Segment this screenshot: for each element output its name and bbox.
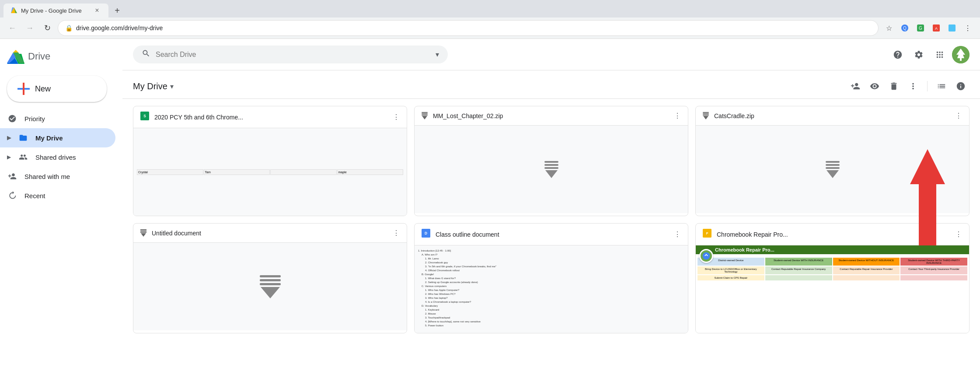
- user-avatar[interactable]: [952, 46, 970, 63]
- search-input[interactable]: [156, 51, 430, 59]
- browser-actions: ☆ Q G A ⋮: [882, 21, 975, 35]
- doc-line: 2. Chromebook guy: [425, 261, 684, 265]
- sidebar: Drive New Priority ▶ My Drive ▶: [0, 39, 122, 371]
- file-menu-2[interactable]: ⋮: [674, 112, 681, 120]
- file-menu-3[interactable]: ⋮: [955, 112, 962, 120]
- delete-button[interactable]: [885, 77, 903, 95]
- main-area: ▾: [122, 39, 980, 371]
- zip-preview-3-content: [826, 161, 840, 178]
- recent-label: Recent: [24, 192, 45, 200]
- doc-line: C. Various computers: [422, 284, 684, 288]
- cb-preview-content: Chromebook Repair Pro... District-owned …: [696, 245, 969, 333]
- download-icon-4: [140, 229, 146, 237]
- spreadsheet-preview: Crystal Tam maple: [133, 166, 407, 178]
- priority-icon: [7, 113, 17, 124]
- search-dropdown-icon[interactable]: ▾: [436, 50, 439, 59]
- svg-point-29: [703, 252, 710, 260]
- download-icon-2: [422, 112, 428, 119]
- back-button[interactable]: ←: [5, 21, 19, 35]
- priority-label: Priority: [24, 115, 45, 122]
- add-people-button[interactable]: [847, 77, 864, 95]
- breadcrumb-dropdown-icon[interactable]: ▾: [170, 82, 174, 91]
- more-actions-button[interactable]: [904, 77, 922, 95]
- extension-btn-2[interactable]: G: [914, 21, 928, 35]
- file-menu-5[interactable]: ⋮: [674, 230, 681, 238]
- info-button[interactable]: [952, 77, 970, 95]
- my-drive-icon: [18, 133, 28, 143]
- extension-btn-3[interactable]: A: [929, 21, 943, 35]
- toolbar-divider: [927, 81, 928, 91]
- breadcrumb: My Drive ▾: [133, 81, 174, 91]
- dl-bar: [826, 167, 840, 169]
- svg-text:P: P: [706, 231, 708, 235]
- preview-button[interactable]: [866, 77, 883, 95]
- view-list-button[interactable]: [933, 77, 950, 95]
- sidebar-item-my-drive[interactable]: ▶ My Drive: [0, 128, 115, 147]
- help-button[interactable]: [889, 46, 907, 63]
- file-card-5[interactable]: D Class outline document ⋮ 1. Introducti…: [414, 223, 688, 333]
- dl-bar-2: [544, 164, 558, 166]
- cb-cell: Student-owned Device WITHOUT INSURANCE: [833, 258, 900, 266]
- sidebar-item-recent[interactable]: Recent: [0, 186, 115, 205]
- shared-drives-expand-icon: ▶: [7, 154, 11, 160]
- doc-line: 1. What does G stand for?: [425, 276, 684, 280]
- file-card-4-header: Untitled document ⋮: [133, 224, 407, 243]
- download-visual-3: [826, 161, 840, 178]
- file-menu-1[interactable]: ⋮: [393, 113, 400, 121]
- zip-line-1: [422, 112, 428, 113]
- file-preview-3: [696, 126, 969, 213]
- new-tab-button[interactable]: +: [110, 4, 124, 18]
- file-menu-6[interactable]: ⋮: [955, 230, 962, 238]
- file-name-6: Chromebook Repair Pro...: [717, 231, 950, 238]
- file-card-3[interactable]: CatsCradle.zip ⋮: [695, 106, 970, 216]
- line: [140, 231, 146, 231]
- new-button[interactable]: New: [7, 76, 107, 102]
- apps-button[interactable]: [931, 46, 949, 63]
- content-wrapper: My Drive ▾: [122, 70, 980, 371]
- extension-btn-4[interactable]: [945, 21, 959, 35]
- settings-button[interactable]: [910, 46, 928, 63]
- zip-line: [703, 113, 709, 114]
- bookmark-button[interactable]: ☆: [882, 21, 896, 35]
- file-menu-4[interactable]: ⋮: [393, 229, 400, 237]
- file-card-3-header: CatsCradle.zip ⋮: [696, 106, 969, 126]
- sheets-icon: S: [140, 112, 149, 122]
- file-card-1[interactable]: S 2020 PCY 5th and 6th Chrome... ⋮ Cryst…: [133, 106, 407, 216]
- file-preview-1: Crystal Tam maple: [133, 128, 407, 216]
- chrome-menu-button[interactable]: ⋮: [961, 21, 975, 35]
- cb-grid: District-owned Device Student-owned Devi…: [696, 256, 969, 282]
- zip-line-3: [422, 115, 428, 116]
- cb-cell: Student-owned Device WITH INSURANCE: [765, 258, 832, 266]
- doc-line: 1. Keyboard: [425, 308, 684, 312]
- address-bar[interactable]: 🔒 drive.google.com/drive/my-drive: [58, 20, 879, 36]
- svg-rect-22: [960, 58, 962, 61]
- forward-button[interactable]: →: [23, 21, 37, 35]
- doc-line: 1. Who has Apple Computer?: [425, 288, 684, 292]
- doc-line: 2. Who has Windows PC?: [425, 292, 684, 296]
- active-tab[interactable]: My Drive - Google Drive ×: [3, 4, 108, 18]
- refresh-button[interactable]: ↻: [40, 21, 54, 35]
- file-card-2[interactable]: MM_Lost_Chapter_02.zip ⋮: [414, 106, 688, 216]
- content-header: My Drive ▾: [122, 70, 980, 99]
- file-preview-4: [133, 243, 407, 330]
- tab-title: My Drive - Google Drive: [21, 7, 89, 14]
- tab-close-button[interactable]: ×: [93, 6, 101, 15]
- line: [140, 232, 146, 233]
- bar: [260, 279, 281, 281]
- shared-with-me-label: Shared with me: [24, 173, 70, 180]
- file-card-6[interactable]: P Chromebook Repair Pro... ⋮: [695, 223, 970, 333]
- file-card-4[interactable]: Untitled document ⋮: [133, 223, 407, 333]
- svg-text:A: A: [935, 26, 938, 31]
- sidebar-item-priority[interactable]: Priority: [0, 109, 115, 128]
- svg-text:S: S: [143, 114, 146, 118]
- file-preview-2: [415, 126, 688, 213]
- extension-btn-1[interactable]: Q: [898, 21, 912, 35]
- arrow: [141, 233, 146, 237]
- sidebar-item-shared-with-me[interactable]: Shared with me: [0, 167, 115, 186]
- doc-line: 4. [Where to touch/tap], some not very s…: [425, 320, 684, 324]
- cb-cell: [833, 275, 900, 280]
- sidebar-item-shared-drives[interactable]: ▶ Shared drives: [0, 147, 115, 167]
- my-drive-expand-icon: ▶: [7, 135, 11, 141]
- cb-cell: Student-owned Device WITH THIRD-PARTY IN…: [900, 258, 967, 266]
- search-bar[interactable]: ▾: [133, 46, 448, 63]
